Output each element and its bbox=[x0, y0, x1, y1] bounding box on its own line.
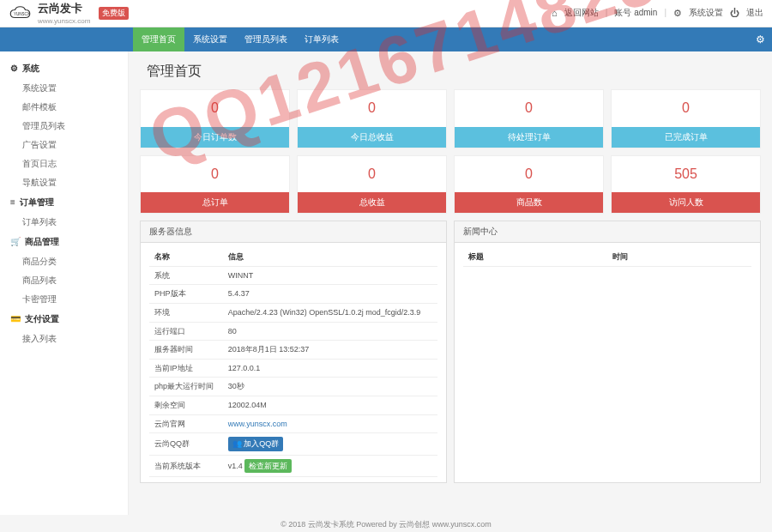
stat-card: 0今日订单数 bbox=[140, 89, 290, 148]
stat-value: 0 bbox=[455, 156, 603, 192]
stat-value: 0 bbox=[141, 156, 289, 192]
table-row: php最大运行时间30秒 bbox=[149, 378, 437, 396]
logo[interactable]: YUNSCX 云尚发卡 www.yunscx.com 免费版 bbox=[9, 1, 129, 26]
sidebar-item[interactable]: 接入列表 bbox=[0, 329, 128, 348]
server-info-panel: 服务器信息 名称信息系统WINNTPHP版本5.4.37环境Apache/2.4… bbox=[140, 221, 447, 483]
stat-value: 0 bbox=[298, 156, 446, 192]
stat-label: 已完成订单 bbox=[612, 127, 760, 148]
check-update-button[interactable]: 检查新更新 bbox=[244, 459, 292, 474]
stat-value: 0 bbox=[455, 90, 603, 126]
table-row: PHP版本5.4.37 bbox=[149, 285, 437, 304]
news-panel: 新闻中心 标题时间 bbox=[454, 221, 761, 483]
sidebar-group-header[interactable]: 💳支付设置 bbox=[0, 309, 128, 329]
sidebar-item[interactable]: 卡密管理 bbox=[0, 290, 128, 309]
stat-label: 待处理订单 bbox=[455, 127, 603, 148]
stat-label: 商品数 bbox=[455, 192, 603, 213]
table-row: 环境Apache/2.4.23 (Win32) OpenSSL/1.0.2j m… bbox=[149, 303, 437, 322]
page-title: 管理首页 bbox=[147, 62, 761, 81]
sidebar-item[interactable]: 商品分类 bbox=[0, 252, 128, 271]
sidebar-item[interactable]: 商品列表 bbox=[0, 271, 128, 290]
topbar-right: ⌂ 返回网站 | 账号 admin | ⚙ 系统设置 ⏻ 退出 bbox=[552, 7, 763, 20]
sidebar-item[interactable]: 管理员列表 bbox=[0, 117, 128, 136]
navbar-gear-icon[interactable]: ⚙ bbox=[756, 33, 765, 47]
edition-badge: 免费版 bbox=[99, 7, 129, 20]
sidebar-icon: 💳 bbox=[10, 313, 21, 325]
stat-value: 0 bbox=[141, 90, 289, 126]
table-row: 当前IP地址127.0.0.1 bbox=[149, 359, 437, 378]
power-icon: ⏻ bbox=[730, 7, 739, 20]
stat-label: 总订单 bbox=[141, 192, 289, 213]
nav-tab[interactable]: 订单列表 bbox=[296, 27, 347, 51]
stat-label: 总收益 bbox=[298, 192, 446, 213]
table-row: 当前系统版本v1.4 检查新更新 bbox=[149, 455, 437, 477]
stat-card: 0商品数 bbox=[454, 155, 604, 214]
sidebar-item[interactable]: 首页日志 bbox=[0, 154, 128, 173]
sidebar-group-header[interactable]: 🛒商品管理 bbox=[0, 232, 128, 252]
sidebar-icon: 🛒 bbox=[10, 236, 21, 248]
stat-card: 0今日总收益 bbox=[297, 89, 447, 148]
sidebar-item[interactable]: 邮件模板 bbox=[0, 98, 128, 117]
gear-icon: ⚙ bbox=[673, 7, 682, 20]
sidebar-icon: ⚙ bbox=[10, 63, 18, 75]
server-table: 名称信息系统WINNTPHP版本5.4.37环境Apache/2.4.23 (W… bbox=[149, 248, 437, 477]
sidebar-group-header[interactable]: ⚙系统 bbox=[0, 58, 128, 79]
account-label: 账号 admin bbox=[614, 7, 657, 19]
table-row: 剩余空间12002.04M bbox=[149, 396, 437, 414]
nav-tab[interactable]: 管理员列表 bbox=[236, 27, 296, 51]
sidebar-item[interactable]: 导航设置 bbox=[0, 173, 128, 192]
settings-link[interactable]: 系统设置 bbox=[689, 7, 723, 19]
stat-card: 0总收益 bbox=[297, 155, 447, 214]
stat-label: 访问人数 bbox=[612, 192, 760, 213]
table-row: 服务器时间2018年8月1日 13:52:37 bbox=[149, 341, 437, 360]
site-link[interactable]: 返回网站 bbox=[564, 7, 599, 19]
nav-tab[interactable]: 管理首页 bbox=[133, 27, 184, 51]
svg-text:YUNSCX: YUNSCX bbox=[14, 11, 30, 15]
stats-row-1: 0今日订单数0今日总收益0待处理订单0已完成订单 bbox=[140, 89, 761, 148]
sidebar-group-header[interactable]: ≡订单管理 bbox=[0, 192, 128, 213]
topbar: YUNSCX 云尚发卡 www.yunscx.com 免费版 ⌂ 返回网站 | … bbox=[0, 0, 772, 27]
sidebar-icon: ≡ bbox=[10, 196, 15, 209]
panel-header: 新闻中心 bbox=[455, 221, 760, 243]
qq-group-button[interactable]: 👥 加入QQ群 bbox=[228, 437, 284, 451]
panel-header: 服务器信息 bbox=[141, 221, 446, 243]
stat-card: 0总订单 bbox=[140, 155, 290, 214]
table-row: 系统WINNT bbox=[149, 266, 437, 285]
stat-card: 0已完成订单 bbox=[611, 89, 761, 148]
cloud-icon: YUNSCX bbox=[9, 6, 34, 21]
sidebar-item[interactable]: 系统设置 bbox=[0, 79, 128, 98]
stats-row-2: 0总订单0总收益0商品数505访问人数 bbox=[140, 155, 761, 214]
stat-card: 505访问人数 bbox=[611, 155, 761, 214]
brand-name: 云尚发卡 bbox=[38, 1, 90, 16]
table-row: 云尚QQ群👥 加入QQ群 bbox=[149, 433, 437, 456]
navbar: 管理首页系统设置管理员列表订单列表⚙ bbox=[0, 27, 772, 51]
footer: © 2018 云尚发卡系统 Powered by 云尚创想 www.yunscx… bbox=[0, 519, 772, 530]
news-table: 标题时间 bbox=[463, 248, 751, 267]
sidebar-item[interactable]: 订单列表 bbox=[0, 213, 128, 232]
stat-label: 今日订单数 bbox=[141, 127, 289, 148]
sidebar: ⚙系统系统设置邮件模板管理员列表广告设置首页日志导航设置≡订单管理订单列表🛒商品… bbox=[0, 51, 129, 515]
stat-card: 0待处理订单 bbox=[454, 89, 604, 148]
table-row: 运行端口80 bbox=[149, 322, 437, 341]
logout-link[interactable]: 退出 bbox=[746, 7, 763, 19]
stat-value: 0 bbox=[612, 90, 760, 126]
stat-value: 505 bbox=[612, 156, 760, 192]
stat-label: 今日总收益 bbox=[298, 127, 446, 148]
brand-sub: www.yunscx.com bbox=[38, 16, 90, 26]
stat-value: 0 bbox=[298, 90, 446, 126]
main: 管理首页 0今日订单数0今日总收益0待处理订单0已完成订单 0总订单0总收益0商… bbox=[133, 51, 768, 515]
table-row: 云尚官网www.yunscx.com bbox=[149, 414, 437, 433]
nav-tab[interactable]: 系统设置 bbox=[184, 27, 236, 51]
sidebar-item[interactable]: 广告设置 bbox=[0, 136, 128, 154]
home-icon: ⌂ bbox=[552, 7, 558, 20]
